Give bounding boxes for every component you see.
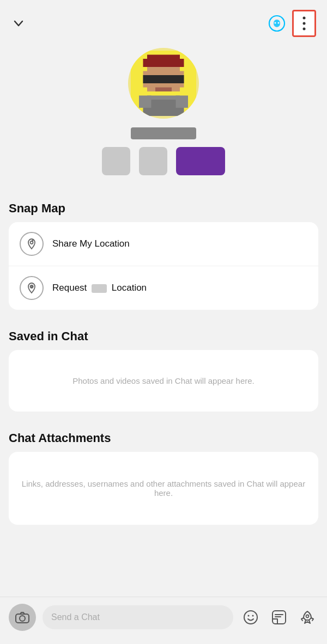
action-button-3[interactable]	[176, 147, 225, 175]
sticker-button[interactable]	[268, 606, 290, 628]
chat-attachments-section: Chat Attachments Links, addresses, usern…	[0, 421, 327, 535]
share-location-item[interactable]: Share My Location	[9, 222, 318, 266]
profile-name-redacted	[131, 127, 196, 139]
svg-rect-9	[143, 59, 184, 67]
chat-input-placeholder: Send a Chat	[51, 612, 100, 622]
chevron-down-button[interactable]	[11, 16, 26, 31]
action-button-1[interactable]	[102, 147, 130, 175]
svg-rect-13	[155, 88, 172, 92]
saved-in-chat-card: Photos and videos saved in Chat will app…	[9, 350, 318, 412]
snap-map-title: Snap Map	[9, 201, 318, 216]
scan-button[interactable]	[266, 13, 288, 34]
request-location-name-blur	[92, 284, 107, 293]
svg-rect-16	[139, 96, 152, 108]
svg-point-23	[248, 615, 250, 617]
bottom-bar: Send a Chat	[0, 597, 327, 644]
action-button-2[interactable]	[139, 147, 167, 175]
svg-point-21	[20, 616, 25, 621]
avatar-image	[131, 51, 196, 116]
avatar	[128, 48, 199, 119]
chat-attachments-empty-text: Links, addresses, usernames and other at…	[20, 479, 307, 498]
snap-map-section: Snap Map Share My Location	[0, 192, 327, 320]
profile-section	[0, 42, 327, 192]
request-location-icon	[20, 276, 44, 300]
saved-in-chat-empty-text: Photos and videos saved in Chat will app…	[72, 376, 255, 385]
more-options-button[interactable]	[292, 10, 316, 37]
chat-attachments-title: Chat Attachments	[9, 431, 318, 445]
request-location-label: Request Location	[52, 283, 147, 293]
camera-button[interactable]	[9, 604, 36, 631]
header	[0, 0, 327, 42]
chat-input[interactable]: Send a Chat	[43, 605, 233, 629]
emoji-button[interactable]	[240, 606, 262, 628]
svg-point-3	[278, 22, 280, 24]
svg-point-6	[303, 28, 306, 30]
rocket-button[interactable]	[296, 606, 318, 628]
svg-point-5	[303, 22, 306, 25]
chat-attachments-card: Links, addresses, usernames and other at…	[9, 452, 318, 525]
saved-in-chat-title: Saved in Chat	[9, 329, 318, 344]
share-location-icon	[20, 232, 44, 256]
svg-point-28	[306, 615, 309, 618]
saved-in-chat-section: Saved in Chat Photos and videos saved in…	[0, 320, 327, 421]
svg-point-2	[275, 22, 276, 24]
snap-map-card: Share My Location Request Location	[9, 222, 318, 310]
profile-action-buttons	[102, 147, 225, 175]
svg-rect-17	[176, 96, 189, 108]
header-actions	[266, 10, 316, 37]
share-location-label: Share My Location	[52, 238, 130, 249]
svg-point-4	[303, 17, 306, 20]
request-location-item[interactable]: Request Location	[9, 266, 318, 310]
svg-rect-12	[143, 75, 184, 83]
svg-point-22	[244, 611, 257, 624]
svg-point-24	[252, 615, 254, 617]
